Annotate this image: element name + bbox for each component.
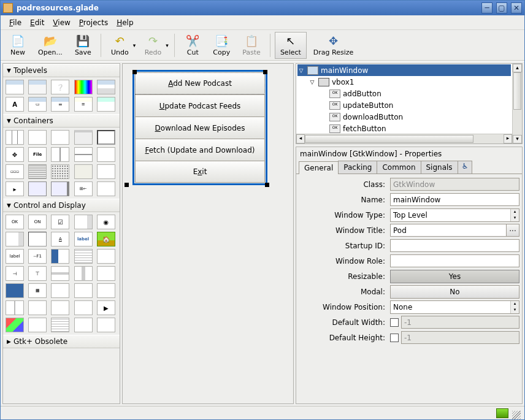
handle[interactable] (125, 183, 129, 187)
palette-hscale[interactable]: ⊣ (6, 266, 24, 281)
palette-toggle[interactable]: ON (28, 215, 47, 229)
palette-hpaned[interactable] (51, 147, 69, 162)
palette-vbox[interactable] (28, 130, 47, 145)
palette-msgdialog[interactable]: ≡ (51, 97, 69, 112)
scroll-thumb[interactable] (305, 135, 473, 143)
palette-accel[interactable]: --F1 (28, 249, 47, 264)
design-fetch-button[interactable]: Fetch (Update and Download) (135, 139, 265, 161)
name-input[interactable]: mainWindow (390, 193, 519, 206)
palette-hscrollbar[interactable] (51, 266, 69, 281)
palette-hdr-containers[interactable]: ▼Containers (3, 114, 120, 128)
tool-copy[interactable]: 📑 Copy (207, 32, 236, 59)
palette-button[interactable]: OK (6, 215, 24, 229)
design-window[interactable]: Add New Podcast Update Podcast Feeds Dow… (132, 70, 267, 185)
palette-fontchooser[interactable]: A (6, 97, 24, 112)
tab-packing[interactable]: Packing (338, 161, 377, 174)
scroll-thumb[interactable] (513, 72, 521, 110)
palette-radio[interactable]: ◉ (97, 215, 115, 229)
menu-projects[interactable]: Projects (75, 17, 112, 28)
palette-item18[interactable] (97, 318, 115, 332)
palette-scrolledwindow[interactable] (51, 181, 69, 196)
palette-item15[interactable] (74, 300, 93, 315)
startup-id-input[interactable] (390, 239, 519, 252)
palette-item8[interactable]: ▦ (28, 283, 47, 298)
palette-item11[interactable] (97, 283, 115, 298)
palette-calendar[interactable] (51, 318, 69, 332)
palette-viewport[interactable] (28, 181, 47, 196)
tool-save[interactable]: 💾 Save (69, 32, 97, 59)
palette-item[interactable] (97, 147, 115, 162)
palette-filechooserwidget[interactable]: File (28, 147, 47, 162)
palette-check[interactable]: ☑ (51, 215, 69, 229)
palette-assistant[interactable] (97, 97, 115, 112)
palette-vscrollbar[interactable] (74, 266, 93, 281)
scroll-down-icon[interactable]: ▾ (513, 135, 522, 143)
palette-vbuttonbox[interactable] (28, 164, 47, 179)
palette-hdr-toplevels[interactable]: ▼Toplevels (3, 64, 120, 77)
palette-item12[interactable] (6, 300, 24, 315)
palette-hbox[interactable] (6, 130, 24, 145)
dheight-check[interactable] (390, 334, 399, 342)
widget-tree[interactable]: ▽mainWindow ▽vbox1 OKaddButton OKupdateB… (296, 64, 512, 134)
resize-grip[interactable] (512, 411, 521, 419)
palette-item7[interactable] (97, 266, 115, 281)
menu-edit[interactable]: Edit (26, 17, 48, 28)
window-title-input[interactable]: Pod (390, 224, 507, 237)
dheight-input[interactable]: -1 (401, 331, 519, 344)
titlebar[interactable]: podresources.glade ─ ▢ ✕ (1, 1, 524, 15)
maximize-button[interactable]: ▢ (496, 2, 507, 13)
design-add-button[interactable]: Add New Podcast (135, 72, 265, 94)
palette-table[interactable] (51, 130, 69, 145)
palette-combobox[interactable]: A (51, 232, 69, 246)
close-button[interactable]: ✕ (511, 2, 522, 13)
palette-item4[interactable] (97, 181, 115, 196)
palette-aboutdialog[interactable]: ❔ (51, 80, 69, 94)
palette-item9[interactable] (51, 283, 69, 298)
palette-item14[interactable] (51, 300, 69, 315)
design-exit-button[interactable]: Exit (135, 161, 265, 183)
tool-open[interactable]: 📂 Open... (33, 32, 68, 59)
position-combo[interactable]: None▴▾ (390, 300, 519, 314)
palette-arrow[interactable]: ▶ (97, 300, 115, 315)
window-type-combo[interactable]: Top Level▴▾ (390, 208, 519, 222)
expander-icon[interactable]: ▽ (308, 79, 316, 85)
handle[interactable] (265, 183, 269, 187)
tab-general[interactable]: General (299, 161, 339, 174)
dwidth-input[interactable]: -1 (401, 316, 519, 329)
tree-row-vbox1[interactable]: ▽vbox1 (297, 76, 511, 88)
tool-undo[interactable]: ↶ Undo (105, 32, 134, 59)
tool-cut[interactable]: ✂️ Cut (179, 32, 206, 59)
minimize-button[interactable]: ─ (481, 2, 492, 13)
palette-alignment[interactable]: ✥ (6, 147, 24, 162)
palette-item13[interactable] (28, 300, 47, 315)
scroll-up-icon[interactable]: ▴ (513, 64, 522, 72)
palette-dialog[interactable] (28, 80, 47, 94)
palette-notebook[interactable] (74, 130, 93, 145)
tool-drag-resize[interactable]: ✥ Drag Resize (308, 32, 359, 59)
palette-inputdialog[interactable]: ▭ (28, 97, 47, 112)
spinner-icon[interactable]: ▴▾ (510, 209, 519, 221)
tree-row-fetchbutton[interactable]: OKfetchButton (297, 123, 511, 134)
palette-item2[interactable] (97, 164, 115, 179)
window-role-input[interactable] (390, 254, 519, 267)
palette-colorbutton[interactable] (6, 283, 24, 298)
spinner-icon[interactable]: ▴▾ (510, 301, 519, 313)
tree-row-addbutton[interactable]: OKaddButton (297, 88, 511, 99)
tab-signals[interactable]: Signals (421, 161, 458, 174)
palette-spinbutton[interactable] (74, 215, 93, 229)
palette-colorchooser[interactable] (74, 80, 93, 94)
tree-hscrollbar[interactable]: ◂ ▸ (296, 134, 512, 143)
palette-item17[interactable] (74, 318, 93, 332)
scroll-left-icon[interactable]: ◂ (296, 134, 305, 143)
palette-fixed[interactable] (51, 164, 69, 179)
palette-frame[interactable] (97, 130, 115, 145)
palette-item16[interactable] (28, 318, 47, 332)
tab-accessibility[interactable]: ♿ (458, 161, 473, 174)
palette-image[interactable]: 🏠 (97, 232, 115, 246)
tab-common[interactable]: Common (377, 161, 421, 174)
palette-item10[interactable] (74, 283, 93, 298)
palette-hdr-obsolete[interactable]: ▶Gtk+ Obsolete (3, 335, 120, 348)
palette-hdr-control[interactable]: ▼Control and Display (3, 199, 120, 212)
palette-progressbar[interactable] (51, 249, 69, 264)
expander-icon[interactable]: ▽ (297, 67, 305, 74)
